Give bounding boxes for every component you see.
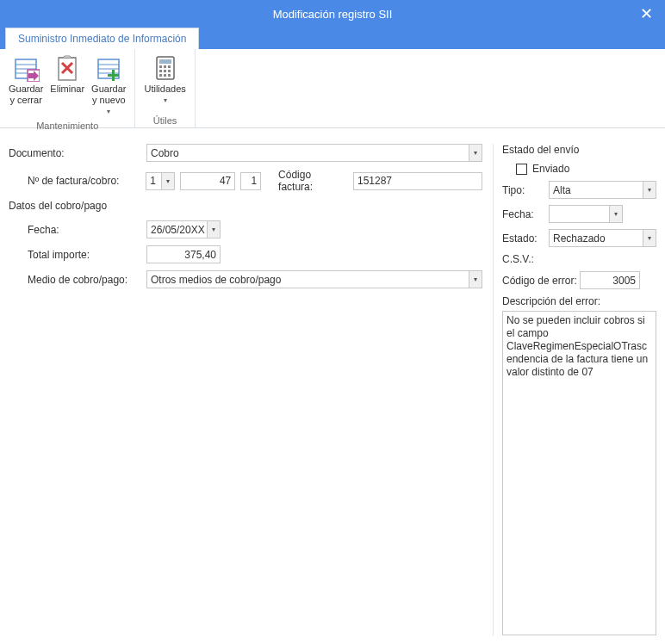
dropdown-icon[interactable]: ▾	[643, 182, 656, 198]
desc-error-textarea[interactable]	[502, 311, 656, 635]
codigo-factura-label: Código factura:	[278, 169, 348, 193]
window-title: Modificación registro SII	[273, 8, 393, 21]
svg-rect-21	[164, 70, 166, 72]
estado-envio-header: Estado del envío	[502, 144, 656, 156]
estado-label: Estado:	[502, 232, 549, 245]
save-new-icon	[95, 54, 122, 82]
guardar-y-cerrar-button[interactable]: Guardar y cerrar	[5, 53, 47, 119]
codigo-factura-input[interactable]	[353, 172, 482, 190]
guardar-y-nuevo-button[interactable]: Guardar y nuevo ▾	[88, 53, 129, 119]
left-pane: Documento: ▾ Nº de factura/cobro: ▾ Códi…	[9, 144, 493, 635]
save-close-icon	[12, 54, 40, 82]
svg-rect-24	[164, 74, 166, 77]
calculator-icon	[152, 54, 179, 82]
svg-rect-14	[108, 74, 119, 77]
utilidades-button[interactable]: Utilidades ▾	[140, 53, 189, 114]
numero-sub-input[interactable]	[240, 172, 261, 190]
envio-fecha-label: Fecha:	[502, 208, 549, 220]
chevron-down-icon: ▾	[107, 106, 110, 117]
svg-marker-6	[59, 56, 76, 58]
estado-combo[interactable]	[549, 229, 656, 247]
dropdown-icon[interactable]: ▾	[643, 230, 656, 246]
dropdown-icon[interactable]: ▾	[161, 173, 174, 189]
numero-label: Nº de factura/cobro:	[9, 175, 146, 187]
documento-combo[interactable]	[146, 144, 482, 162]
svg-rect-23	[159, 74, 162, 77]
svg-rect-17	[159, 65, 162, 68]
chevron-down-icon: ▾	[164, 95, 167, 106]
dropdown-icon[interactable]: ▾	[469, 145, 482, 161]
svg-rect-18	[164, 65, 166, 68]
svg-rect-16	[159, 59, 171, 64]
ribbon-tab-sii[interactable]: Suministro Inmediato de Información	[5, 28, 199, 49]
right-pane: Estado del envío Enviado Tipo: ▾ Fecha: …	[493, 144, 656, 635]
total-importe-input[interactable]	[146, 245, 221, 263]
ribbon: Guardar y cerrar Eliminar	[0, 49, 665, 128]
dropdown-icon[interactable]: ▾	[469, 271, 482, 288]
ribbon-group-utiles: Utilidades ▾ Útiles	[135, 49, 195, 127]
calendar-dropdown-icon[interactable]: ▾	[207, 221, 220, 238]
svg-rect-20	[159, 70, 162, 72]
datos-section-header: Datos del cobro/pago	[9, 200, 482, 212]
total-label: Total importe:	[9, 249, 146, 261]
numero-num-input[interactable]	[180, 172, 235, 190]
enviado-checkbox[interactable]	[516, 164, 527, 175]
svg-rect-25	[168, 74, 171, 77]
ribbon-group-mantenimiento: Guardar y cerrar Eliminar	[0, 49, 135, 127]
ribbon-group-label-mantenimiento: Mantenimiento	[36, 119, 98, 131]
delete-icon	[53, 54, 81, 82]
eliminar-button[interactable]: Eliminar	[47, 53, 88, 119]
titlebar: Modificación registro SII ✕	[0, 0, 665, 28]
tipo-combo[interactable]	[549, 181, 656, 199]
enviado-label: Enviado	[532, 163, 569, 175]
codigo-error-label: Código de error:	[502, 275, 580, 287]
calendar-dropdown-icon[interactable]: ▾	[609, 206, 622, 222]
ribbon-group-label-utiles: Útiles	[153, 114, 177, 126]
csv-label: C.S.V.:	[502, 253, 549, 265]
documento-label: Documento:	[9, 147, 146, 159]
ribbon-tabbar: Suministro Inmediato de Información	[0, 28, 665, 49]
desc-error-label: Descripción del error:	[502, 295, 656, 307]
medio-label: Medio de cobro/pago:	[9, 274, 146, 286]
close-icon[interactable]: ✕	[636, 3, 656, 24]
tipo-label: Tipo:	[502, 184, 549, 196]
medio-combo[interactable]	[146, 270, 482, 288]
svg-rect-19	[168, 65, 171, 68]
codigo-error-input[interactable]	[580, 271, 640, 289]
fecha-label: Fecha:	[9, 224, 146, 236]
svg-rect-22	[168, 70, 171, 72]
